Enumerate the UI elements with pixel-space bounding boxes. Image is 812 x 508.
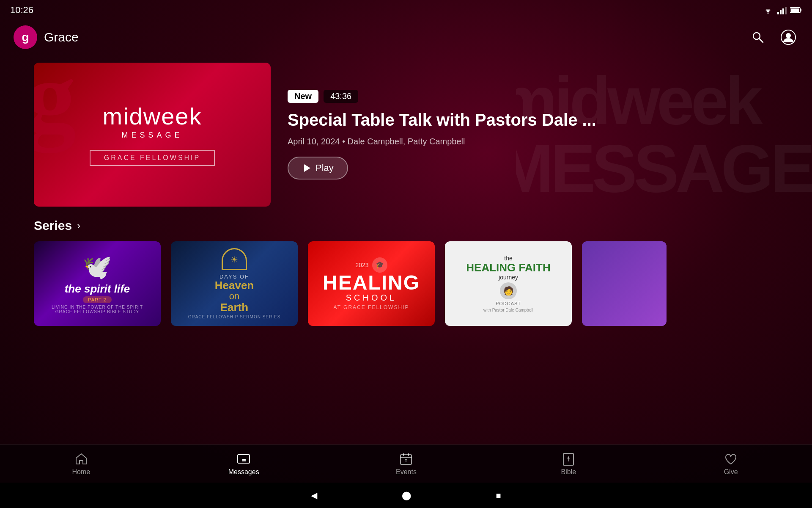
series-heading: Series [34, 218, 72, 233]
heaven-on: on [229, 291, 239, 302]
svg-point-0 [768, 13, 769, 14]
badge-duration: 43:36 [324, 90, 358, 103]
status-icons [762, 6, 802, 14]
hero-info: midweekMESSAGE New 43:36 Special Table T… [288, 90, 778, 179]
series-card-heaven[interactable]: DAYS OF Heaven on Earth GRACE FELLOWSHIP… [171, 241, 298, 326]
healing-at-text: AT GRACE FELLOWSHIP [334, 304, 409, 310]
hero-thumb-title: midweek [90, 103, 215, 130]
search-icon [751, 30, 765, 44]
nav-item-home[interactable]: Home [56, 449, 107, 479]
hero-watermark-text: midweekMESSAGE [516, 67, 812, 202]
play-button[interactable]: Play [288, 157, 348, 179]
svg-rect-3 [782, 8, 784, 14]
spirit-part: PART 2 [83, 296, 111, 303]
nav-bible-label: Bible [561, 468, 576, 476]
app-logo[interactable]: g [14, 25, 37, 49]
series-header: Series › [34, 218, 778, 233]
signal-icon [777, 6, 787, 14]
svg-marker-12 [304, 164, 310, 172]
heaven-footer: GRACE FELLOWSHIP SERMON SERIES [188, 315, 281, 319]
play-icon [302, 163, 311, 173]
series-grid: 🕊️ the spirit life PART 2 LIVING IN THE … [34, 241, 778, 326]
bible-icon [562, 452, 575, 466]
profile-button[interactable] [778, 27, 798, 47]
android-home-button[interactable]: ⬤ [402, 490, 411, 500]
faith-title: HEALING FAITH [466, 262, 550, 274]
hero-thumb-brand: GRACE FELLOWSHIP [90, 150, 215, 166]
hero-section: g midweek MESSAGE GRACE FELLOWSHIP midwe… [0, 54, 812, 215]
battery-icon [790, 7, 802, 14]
status-bar: 10:26 [0, 0, 812, 20]
hero-title: Special Table Talk with Pastors Dale ... [288, 110, 778, 130]
nav-home-label: Home [72, 468, 91, 476]
nav-messages-label: Messages [228, 468, 259, 476]
partial-card-content [582, 241, 667, 326]
series-card-spirit-life[interactable]: 🕊️ the spirit life PART 2 LIVING IN THE … [34, 241, 161, 326]
healing-logo-icon: 🎓 [372, 257, 387, 273]
hero-meta: April 10, 2024 • Dale Campbell, Patty Ca… [288, 137, 778, 146]
home-icon [74, 452, 88, 466]
healing-title: HEALING [323, 273, 420, 293]
hero-thumb-bg-letter: g [34, 63, 76, 147]
healing-year: 2023 🎓 [355, 257, 387, 273]
heaven-arch-icon [222, 248, 247, 270]
svg-rect-7 [791, 8, 799, 12]
nav-item-messages[interactable]: Messages [218, 449, 269, 479]
android-recents-button[interactable]: ■ [496, 491, 501, 500]
android-back-button[interactable]: ◀ [311, 490, 317, 500]
hero-thumbnail[interactable]: g midweek MESSAGE GRACE FELLOWSHIP [34, 63, 271, 207]
healing-school-text: SCHOOL [346, 293, 397, 303]
spirit-title: the spirit life [65, 283, 130, 295]
top-nav-right [748, 27, 798, 47]
play-label: Play [315, 163, 334, 174]
top-nav: g Grace [0, 20, 812, 54]
heaven-content: DAYS OF Heaven on Earth GRACE FELLOWSHIP… [171, 241, 298, 326]
faith-person-icon: 🧑 [500, 282, 517, 299]
spirit-bird-icon: 🕊️ [82, 253, 112, 281]
status-time: 10:26 [10, 5, 33, 16]
faith-person: with Pastor Dale Campbell [483, 308, 533, 312]
healing-content: 2023 🎓 HEALING SCHOOL AT GRACE FELLOWSHI… [308, 241, 435, 326]
svg-rect-4 [785, 7, 787, 14]
svg-line-9 [759, 39, 763, 42]
series-see-all-arrow[interactable]: › [77, 220, 80, 232]
app-logo-letter: g [22, 30, 29, 44]
faith-suffix: journey [499, 274, 518, 281]
nav-item-give[interactable]: Give [705, 449, 756, 479]
series-card-partial[interactable] [582, 241, 667, 326]
heaven-title-heaven: Heaven [215, 280, 254, 291]
hero-thumb-subtitle: MESSAGE [90, 131, 215, 140]
nav-item-bible[interactable]: Bible [543, 449, 594, 479]
spirit-footer: GRACE FELLOWSHIP BIBLE STUDY [55, 309, 139, 314]
spirit-subtitle: LIVING IN THE POWER OF THE SPIRIT [52, 305, 143, 309]
give-icon [724, 452, 738, 466]
heaven-title-earth: Earth [220, 302, 248, 313]
spirit-life-content: 🕊️ the spirit life PART 2 LIVING IN THE … [34, 241, 161, 326]
android-nav: ◀ ⬤ ■ [0, 483, 812, 508]
svg-rect-6 [800, 9, 801, 11]
series-section: Series › 🕊️ the spirit life PART 2 LIVIN… [0, 215, 812, 329]
wifi-icon [762, 6, 774, 14]
svg-rect-2 [780, 10, 782, 14]
hero-thumb-text: midweek MESSAGE GRACE FELLOWSHIP [90, 103, 215, 166]
nav-give-label: Give [724, 468, 738, 476]
nav-item-events[interactable]: Events [381, 449, 431, 479]
faith-prefix: the [504, 255, 512, 262]
hero-watermark: midweekMESSAGE [516, 54, 812, 215]
svg-point-11 [786, 33, 791, 38]
messages-icon [237, 452, 250, 466]
svg-rect-1 [777, 12, 779, 14]
series-card-faith[interactable]: the HEALING FAITH journey 🧑 PODCAST with… [445, 241, 572, 326]
search-button[interactable] [748, 27, 768, 47]
top-nav-left: g Grace [14, 25, 79, 49]
faith-content: the HEALING FAITH journey 🧑 PODCAST with… [445, 241, 572, 326]
profile-icon [781, 30, 796, 45]
app-name: Grace [44, 30, 79, 44]
nav-events-label: Events [396, 468, 417, 476]
faith-type: PODCAST [496, 301, 521, 306]
hero-thumb-inner: g midweek MESSAGE GRACE FELLOWSHIP [34, 63, 271, 207]
bottom-nav: Home Messages Events Bible Gi [0, 444, 812, 483]
series-card-healing[interactable]: 2023 🎓 HEALING SCHOOL AT GRACE FELLOWSHI… [308, 241, 435, 326]
badge-new: New [288, 90, 318, 103]
events-icon [399, 452, 413, 466]
